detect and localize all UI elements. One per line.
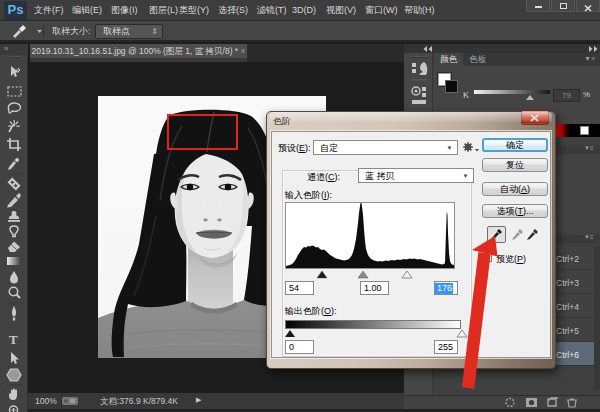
svg-text:T: T — [9, 332, 18, 347]
